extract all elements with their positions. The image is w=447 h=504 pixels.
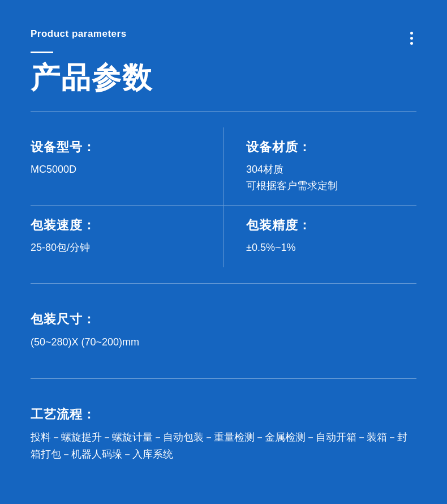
- more-dot-1: [410, 32, 413, 35]
- main-title: 产品参数: [31, 61, 416, 95]
- param-label-model: 设备型号：: [31, 139, 203, 156]
- param-cell-precision: 包装精度： ±0.5%~1%: [224, 206, 416, 267]
- param-value-size: (50~280)X (70~200)mm: [31, 334, 416, 351]
- param-label-size: 包装尺寸：: [31, 311, 416, 328]
- product-parameters-card: Product parameters 产品参数 设备型号： MC5000D 设备…: [0, 0, 447, 504]
- param-block-size: 包装尺寸： (50~280)X (70~200)mm: [31, 300, 416, 362]
- mid-divider: [31, 283, 416, 284]
- param-label-precision: 包装精度：: [246, 217, 405, 234]
- params-grid: 设备型号： MC5000D 设备材质： 304材质可根据客户需求定制 包装速度：…: [31, 127, 416, 267]
- param-cell-model: 设备型号： MC5000D: [31, 127, 224, 206]
- param-value-model: MC5000D: [31, 161, 203, 178]
- more-options-button[interactable]: [407, 29, 416, 47]
- more-dot-3: [410, 42, 413, 45]
- param-label-material: 设备材质：: [246, 139, 405, 156]
- param-block-process: 工艺流程： 投料－螺旋提升－螺旋计量－自动包装－重量检测－金属检测－自动开箱－装…: [31, 395, 416, 475]
- header-row: Product parameters: [31, 28, 416, 47]
- param-cell-speed: 包装速度： 25-80包/分钟: [31, 206, 224, 267]
- lower-divider: [31, 378, 416, 379]
- param-cell-material: 设备材质： 304材质可根据客户需求定制: [224, 127, 416, 206]
- more-dot-2: [410, 37, 413, 40]
- title-accent-line: [31, 52, 53, 53]
- param-value-speed: 25-80包/分钟: [31, 240, 203, 256]
- param-value-process: 投料－螺旋提升－螺旋计量－自动包装－重量检测－金属检测－自动开箱－装箱－封箱打包…: [31, 429, 416, 463]
- param-value-precision: ±0.5%~1%: [246, 240, 405, 256]
- subtitle-text: Product parameters: [31, 28, 127, 40]
- param-label-speed: 包装速度：: [31, 217, 203, 234]
- top-divider: [31, 111, 416, 112]
- param-label-process: 工艺流程：: [31, 406, 416, 423]
- param-value-material: 304材质可根据客户需求定制: [246, 161, 405, 194]
